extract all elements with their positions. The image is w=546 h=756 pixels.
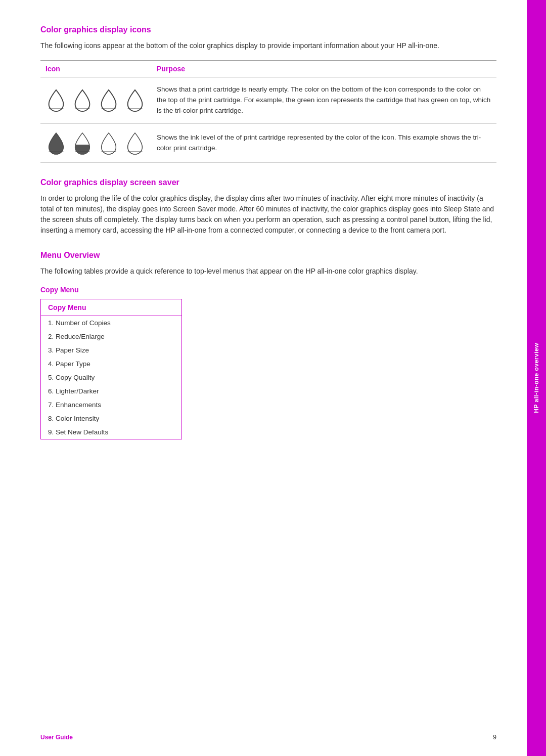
ink-icons-outline — [46, 88, 147, 112]
col2-header: Purpose — [152, 61, 496, 77]
copy-menu-item-label: 8. Color Intensity — [41, 412, 182, 425]
purpose-cell-2: Shows the ink level of the of print cart… — [152, 123, 496, 162]
icons-table: Icon Purpose — [40, 60, 496, 163]
copy-menu-item-label: 4. Paper Type — [41, 357, 182, 371]
footer-left: User Guide — [40, 734, 73, 741]
ink-drop-filled-3 — [98, 131, 119, 155]
table-row: Shows the ink level of the of print cart… — [40, 123, 496, 162]
ink-drop-icon-4 — [124, 88, 146, 112]
copy-menu-item: 9. Set New Defaults — [41, 425, 182, 439]
ink-icons-filled — [46, 131, 147, 155]
footer: User Guide 9 — [40, 734, 496, 741]
icons-cell-outline — [40, 77, 152, 124]
copy-menu-item-label: 5. Copy Quality — [41, 371, 182, 384]
section3-intro: The following tables provide a quick ref… — [40, 266, 496, 277]
copy-menu-table: Copy Menu 1. Number of Copies2. Reduce/E… — [40, 299, 182, 439]
copy-menu-item: 8. Color Intensity — [41, 412, 182, 425]
ink-drop-icon-1 — [46, 88, 67, 112]
copy-menu-header: Copy Menu — [41, 299, 182, 316]
section3-title: Menu Overview — [40, 251, 496, 260]
section-icons: Color graphics display icons The followi… — [40, 25, 496, 163]
copy-menu-subtitle: Copy Menu — [40, 286, 496, 294]
copy-menu-item-label: 3. Paper Size — [41, 343, 182, 357]
purpose-cell-1: Shows that a print cartridge is nearly e… — [152, 77, 496, 124]
ink-drop-filled-2 — [72, 131, 93, 155]
section-screensaver: Color graphics display screen saver In o… — [40, 178, 496, 236]
section2-title: Color graphics display screen saver — [40, 178, 496, 187]
copy-menu-item-label: 2. Reduce/Enlarge — [41, 330, 182, 343]
copy-menu-item: 6. Lighter/Darker — [41, 384, 182, 398]
icons-cell-filled — [40, 123, 152, 162]
col1-header: Icon — [40, 61, 152, 77]
copy-menu-item: 3. Paper Size — [41, 343, 182, 357]
section1-title: Color graphics display icons — [40, 25, 496, 34]
section1-intro: The following icons appear at the bottom… — [40, 40, 496, 51]
footer-right: 9 — [493, 734, 496, 741]
copy-menu-item: 5. Copy Quality — [41, 371, 182, 384]
copy-menu-item-label: 6. Lighter/Darker — [41, 384, 182, 398]
ink-drop-filled-1 — [46, 131, 67, 155]
section-menu-overview: Menu Overview The following tables provi… — [40, 251, 496, 439]
ink-drop-filled-4 — [124, 131, 146, 155]
copy-menu-item-label: 1. Number of Copies — [41, 316, 182, 330]
copy-menu-item: 4. Paper Type — [41, 357, 182, 371]
copy-menu-item: 7. Enhancements — [41, 398, 182, 412]
section2-body: In order to prolong the life of the colo… — [40, 193, 496, 236]
copy-menu-item: 1. Number of Copies — [41, 316, 182, 330]
side-tab: HP all-in-one overview — [527, 0, 546, 756]
table-row: Shows that a print cartridge is nearly e… — [40, 77, 496, 124]
ink-drop-icon-2 — [72, 88, 93, 112]
copy-menu-item-label: 9. Set New Defaults — [41, 425, 182, 439]
side-tab-text: HP all-in-one overview — [533, 343, 540, 413]
ink-drop-icon-3 — [98, 88, 119, 112]
copy-menu-item: 2. Reduce/Enlarge — [41, 330, 182, 343]
copy-menu-item-label: 7. Enhancements — [41, 398, 182, 412]
